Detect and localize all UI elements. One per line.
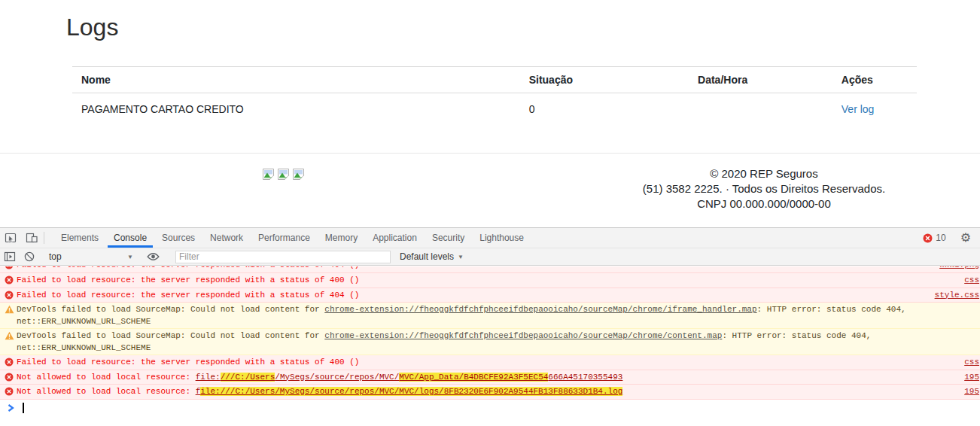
tabbar-right: 10 ⚙ — [917, 228, 980, 248]
console-error-message: Failed to load resource: the server resp… — [0, 266, 980, 273]
logs-table: NomeSituaçãoData/HoraAções PAGAMENTO CAR… — [72, 66, 917, 124]
message-text: Failed to load resource: the server resp… — [17, 358, 359, 367]
file-link-highlighted[interactable]: ///C:/Users — [221, 373, 275, 382]
broken-images-row — [262, 168, 305, 184]
file-link[interactable]: file: — [196, 373, 221, 382]
console-sidebar-icon[interactable] — [0, 251, 20, 262]
console-error-message: Failed to load resource: the server resp… — [0, 355, 980, 370]
web-page: Logs NomeSituaçãoData/HoraAções PAGAMENT… — [0, 0, 980, 227]
devtools-panel: ElementsConsoleSourcesNetworkPerformance… — [0, 227, 980, 426]
source-location-link[interactable]: 195 — [964, 386, 980, 398]
tab-network[interactable]: Network — [202, 228, 251, 248]
context-value: top — [49, 251, 62, 262]
message-text: DevTools failed to load SourceMap: Could… — [17, 305, 906, 326]
message-segment: DevTools failed to load SourceMap: Could… — [17, 331, 324, 340]
error-icon — [5, 275, 14, 289]
broken-image-icon — [292, 168, 305, 184]
column-header-nome: Nome — [72, 67, 520, 93]
message-text: DevTools failed to load SourceMap: Could… — [17, 331, 871, 352]
file-link[interactable]: 666A45170355493 — [548, 373, 622, 382]
message-segment: DevTools failed to load SourceMap: Could… — [17, 305, 324, 314]
console-error-message: Failed to load resource: the server resp… — [0, 273, 980, 288]
prompt-chevron-icon — [8, 403, 14, 415]
filter-input[interactable] — [175, 251, 391, 263]
message-segment: net::ERR_UNKNOWN_URL_SCHEME — [17, 317, 151, 326]
footer: © 2020 REP Seguros (51) 3582 2225. · Tod… — [549, 166, 978, 211]
column-header-situao: Situação — [520, 67, 689, 93]
inspect-element-icon[interactable] — [0, 228, 21, 248]
source-location-link[interactable]: www1.png — [939, 266, 980, 272]
text-caret — [23, 403, 24, 413]
tab-performance[interactable]: Performance — [251, 228, 318, 248]
warning-icon — [5, 305, 14, 318]
chevron-down-icon: ▼ — [458, 254, 464, 260]
source-location-link[interactable]: 195 — [964, 372, 980, 384]
eye-icon[interactable] — [143, 252, 163, 261]
footer-divider — [0, 153, 980, 154]
message-segment: Failed to load resource: the server resp… — [17, 358, 359, 367]
source-location-link[interactable]: css — [964, 357, 980, 369]
javascript-context-dropdown[interactable]: top ▼ — [43, 251, 139, 262]
tab-sources[interactable]: Sources — [154, 228, 202, 248]
page-title: Logs — [66, 14, 118, 41]
message-segment: Not allowed to load local resource: — [17, 373, 196, 382]
message-segment: : HTTP error: status code 404, — [722, 331, 871, 340]
error-count: 10 — [936, 233, 945, 243]
console-warning-message: DevTools failed to load SourceMap: Could… — [0, 329, 980, 355]
tab-lighthouse[interactable]: Lighthouse — [472, 228, 531, 248]
message-segment: : HTTP error: status code 404, — [757, 305, 906, 314]
table-header-row: NomeSituaçãoData/HoraAções — [72, 67, 917, 93]
tab-memory[interactable]: Memory — [318, 228, 365, 248]
tab-security[interactable]: Security — [425, 228, 472, 248]
error-icon — [5, 387, 14, 400]
devtools-tabbar: ElementsConsoleSourcesNetworkPerformance… — [0, 228, 980, 248]
file-link-highlighted[interactable]: MVC/App_Data/B4DBCFE92A3F5EC54 — [399, 373, 548, 382]
console-error-message: Failed to load resource: the server resp… — [0, 288, 980, 303]
tab-console[interactable]: Console — [106, 228, 154, 248]
console-messages: Failed to load resource: the server resp… — [0, 266, 980, 426]
message-segment: Failed to load resource: the server resp… — [17, 266, 359, 269]
console-toolbar: top ▼ Default levels ▼ — [0, 248, 980, 266]
warning-icon — [5, 331, 14, 345]
footer-cnpj: CNPJ 00.000.000/0000-00 — [549, 196, 978, 211]
message-segment: Failed to load resource: the server resp… — [17, 275, 359, 285]
error-icon — [5, 266, 14, 273]
console-error-message: Not allowed to load local resource: file… — [0, 370, 980, 385]
device-toolbar-icon[interactable] — [21, 228, 42, 248]
message-text: Failed to load resource: the server resp… — [17, 275, 359, 285]
message-segment: Not allowed to load local resource: — [17, 387, 196, 396]
file-link[interactable]: chrome-extension://fheoggkfdfchfphceeifd… — [324, 331, 722, 340]
levels-value: Default levels — [400, 251, 454, 262]
console-warning-message: DevTools failed to load SourceMap: Could… — [0, 303, 980, 329]
file-link[interactable]: chrome-extension://fheoggkfdfchfphceeifd… — [324, 305, 756, 314]
error-count-badge[interactable]: 10 — [917, 233, 951, 243]
cell-nome: PAGAMENTO CARTAO CREDITO — [72, 93, 520, 125]
log-levels-dropdown[interactable]: Default levels ▼ — [400, 251, 464, 262]
gear-icon[interactable]: ⚙ — [956, 232, 975, 244]
message-text: Failed to load resource: the server resp… — [17, 291, 359, 300]
source-location-link[interactable]: css — [964, 275, 980, 287]
message-text: Not allowed to load local resource: file… — [17, 387, 622, 396]
ver-log-link[interactable]: Ver log — [842, 103, 875, 115]
tab-application[interactable]: Application — [365, 228, 425, 248]
file-link[interactable]: /MySegs/source/repos/MVC/ — [275, 373, 399, 382]
error-icon — [5, 291, 14, 304]
tab-elements[interactable]: Elements — [53, 228, 106, 248]
cell-datahora — [689, 93, 832, 125]
file-link-highlighted[interactable]: ile:///C:/Users/MySegs/source/repos/MVC/… — [200, 387, 622, 396]
error-badge-icon — [923, 233, 933, 243]
console-prompt[interactable] — [0, 400, 980, 416]
message-segment: Failed to load resource: the server resp… — [17, 291, 359, 300]
column-header-aes: Ações — [832, 67, 917, 93]
message-text: Failed to load resource: the server resp… — [17, 266, 359, 269]
console-error-message: Not allowed to load local resource: file… — [0, 385, 980, 400]
message-text: Not allowed to load local resource: file… — [17, 373, 622, 382]
source-location-link[interactable]: style.css — [935, 290, 980, 302]
column-header-datahora: Data/Hora — [689, 67, 832, 93]
clipped-console-row: Failed to load resource: the server resp… — [0, 266, 980, 273]
cell-acoes: Ver log — [832, 93, 917, 125]
footer-rights: (51) 3582 2225. · Todos os Direitos Rese… — [549, 181, 978, 196]
broken-image-icon — [262, 168, 275, 184]
footer-copyright: © 2020 REP Seguros — [549, 166, 978, 181]
clear-console-icon[interactable] — [20, 251, 39, 262]
